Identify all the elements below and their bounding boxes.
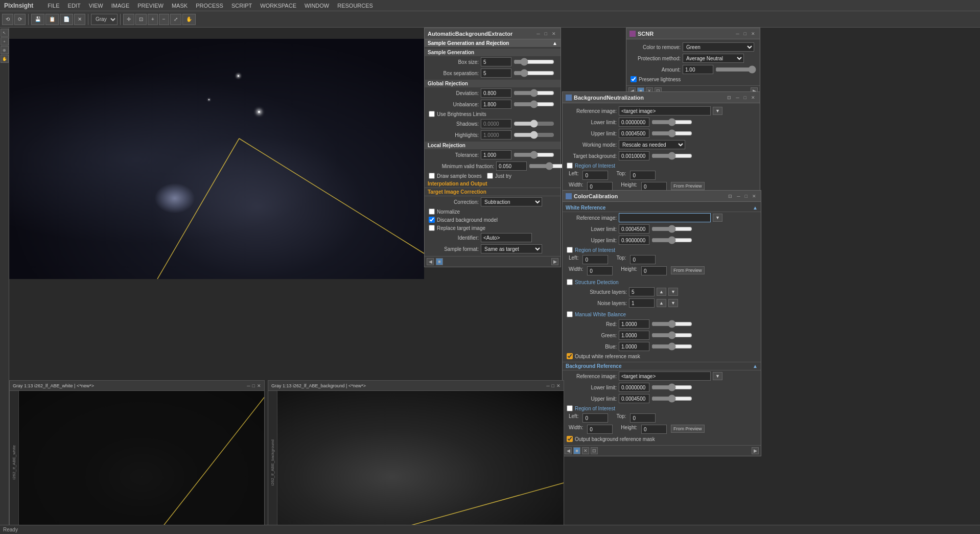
menu-image[interactable]: IMAGE: [107, 2, 133, 10]
structure-detection-label[interactable]: Structure Detection: [575, 280, 619, 285]
bn-target-bg-slider[interactable]: [651, 153, 692, 159]
box-size-slider[interactable]: [514, 59, 554, 65]
toolbar-new[interactable]: ⟲: [2, 14, 13, 25]
cc-upper-limit-slider[interactable]: [651, 237, 692, 243]
bottom-left-minimize[interactable]: ─: [247, 383, 250, 388]
tool-pointer[interactable]: ↖: [1, 29, 9, 37]
cc-lower-limit-slider[interactable]: [651, 226, 692, 232]
menu-script[interactable]: SCRIPT: [227, 2, 256, 10]
cc-upper-limit-input[interactable]: [619, 236, 649, 245]
toolbar-pan[interactable]: ✋: [182, 14, 196, 25]
bn-ref-image-input[interactable]: [619, 106, 711, 115]
main-image-viewport[interactable]: [9, 39, 424, 279]
red-slider[interactable]: [651, 321, 692, 327]
cc-bg-from-preview-btn[interactable]: From Preview: [671, 425, 705, 433]
color-remove-select[interactable]: Green Red Blue: [683, 42, 754, 52]
cc-width-input[interactable]: [587, 266, 613, 275]
brightness-limits-checkbox[interactable]: [429, 111, 435, 117]
bn-ref-image-btn[interactable]: ▼: [713, 107, 722, 115]
sample-generation-collapse[interactable]: ▲: [552, 40, 557, 46]
cc-ref-image-input[interactable]: [619, 213, 711, 222]
noise-layers-up[interactable]: ▲: [657, 299, 666, 307]
output-white-ref-checkbox[interactable]: [567, 353, 573, 359]
cc-ref-image-btn[interactable]: ▼: [713, 214, 722, 222]
menu-preview[interactable]: PREVIEW: [133, 2, 168, 10]
cc-lower-limit-input[interactable]: [619, 224, 649, 234]
menu-process[interactable]: PROCESS: [192, 2, 227, 10]
scnr-maximize[interactable]: □: [742, 31, 748, 37]
unbalance-input[interactable]: [481, 100, 511, 109]
noise-layers-input[interactable]: [629, 298, 655, 308]
shadows-slider[interactable]: [514, 121, 554, 127]
bn-upper-limit-slider[interactable]: [651, 130, 692, 136]
bn-roi-checkbox[interactable]: [567, 162, 573, 169]
bn-upper-limit-input[interactable]: [619, 129, 649, 138]
interpolation-header[interactable]: Interpolation and Output: [425, 180, 561, 188]
bn-expand[interactable]: ⊡: [726, 95, 733, 101]
cc-expand[interactable]: ⊡: [727, 193, 734, 199]
abe-close[interactable]: ✕: [550, 31, 557, 37]
tolerance-slider[interactable]: [514, 152, 554, 158]
manual-wb-label[interactable]: Manual White Balance: [575, 312, 626, 317]
amount-input[interactable]: [683, 65, 713, 74]
cc-bg-upper-slider[interactable]: [651, 396, 692, 402]
target-correction-header[interactable]: Target Image Correction: [425, 188, 561, 196]
structure-layers-up[interactable]: ▲: [657, 288, 666, 296]
bn-target-bg-input[interactable]: [619, 151, 649, 160]
cc-bg-width-input[interactable]: [587, 425, 613, 434]
abe-fill[interactable]: ■: [436, 258, 443, 265]
white-reference-header[interactable]: White Reference ▲: [563, 204, 761, 212]
cc-close[interactable]: ✕: [751, 193, 758, 199]
box-size-input[interactable]: [481, 57, 511, 66]
bottom-right-maximize[interactable]: □: [552, 383, 554, 388]
bn-close[interactable]: ✕: [750, 95, 757, 101]
bn-roi-label[interactable]: Region of Interest: [575, 163, 615, 169]
toolbar-zoom-in[interactable]: +: [148, 14, 158, 25]
output-bg-ref-checkbox[interactable]: [567, 436, 573, 442]
tool-crosshair[interactable]: +: [1, 37, 9, 45]
cc-btn-3[interactable]: ✕: [582, 447, 589, 454]
scnr-minimize[interactable]: ─: [734, 31, 740, 37]
noise-layers-down[interactable]: ▼: [668, 299, 678, 307]
tool-zoom[interactable]: ⊕: [1, 46, 9, 54]
replace-target-checkbox[interactable]: [429, 225, 435, 231]
min-valid-input[interactable]: [496, 161, 527, 171]
identifier-input[interactable]: [481, 233, 532, 242]
abe-minimize[interactable]: ─: [535, 31, 541, 37]
bottom-left-maximize[interactable]: □: [252, 383, 255, 388]
menu-edit[interactable]: EDIT: [64, 2, 85, 10]
unbalance-slider[interactable]: [514, 101, 554, 107]
bg-reference-collapse[interactable]: ▲: [753, 363, 758, 369]
cc-btn-1[interactable]: ◀: [565, 447, 572, 454]
menu-resources[interactable]: RESOURCES: [333, 2, 377, 10]
cc-bg-left-input[interactable]: [582, 413, 608, 423]
menu-mask[interactable]: MASK: [168, 2, 192, 10]
cc-bg-roi-label[interactable]: Region of Interest: [575, 406, 615, 411]
cc-bg-upper-input[interactable]: [619, 394, 649, 403]
bn-from-preview-btn[interactable]: From Preview: [671, 182, 705, 190]
deviation-input[interactable]: [481, 88, 511, 98]
scnr-close[interactable]: ✕: [750, 31, 757, 37]
tool-pan[interactable]: ✋: [1, 55, 9, 63]
toolbar-zoom-fit[interactable]: ⤢: [170, 14, 181, 25]
menu-workspace[interactable]: WORKSPACE: [256, 2, 300, 10]
cc-bg-ref-input[interactable]: [619, 372, 711, 381]
cc-left-input[interactable]: [582, 255, 608, 264]
cc-btn-2[interactable]: ■: [573, 447, 580, 454]
red-input[interactable]: [619, 319, 649, 329]
bn-maximize[interactable]: □: [742, 95, 748, 101]
cc-from-preview-btn[interactable]: From Preview: [671, 266, 705, 274]
menu-window[interactable]: WINDOW: [300, 2, 333, 10]
bn-working-mode-select[interactable]: Rescale as needed Rescale Truncate: [619, 140, 685, 149]
cc-roi-checkbox[interactable]: [567, 247, 573, 253]
cc-top-input[interactable]: [630, 255, 656, 264]
structure-layers-down[interactable]: ▼: [668, 288, 678, 296]
bn-lower-limit-input[interactable]: [619, 118, 649, 127]
bn-left-input[interactable]: [582, 171, 608, 180]
cc-bg-top-input[interactable]: [630, 413, 656, 423]
sample-generation-header[interactable]: Sample Generation and Rejection ▲: [425, 39, 561, 47]
cc-bg-roi-checkbox[interactable]: [567, 405, 573, 411]
bn-lower-limit-slider[interactable]: [651, 119, 692, 125]
bottom-right-minimize[interactable]: ─: [546, 383, 549, 388]
bottom-left-close[interactable]: ✕: [257, 383, 261, 388]
